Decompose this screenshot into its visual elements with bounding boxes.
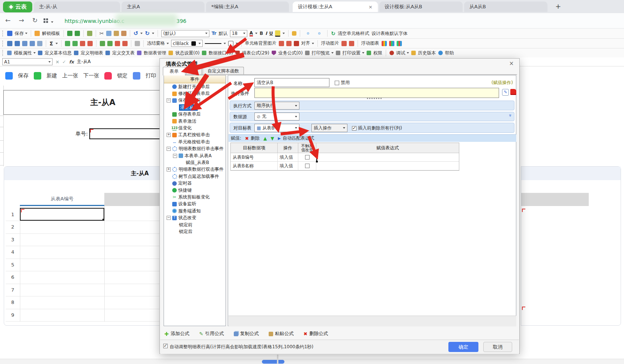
float-image-button[interactable]: 浮动图片 bbox=[321, 40, 339, 47]
redo-icon[interactable]: ↻ bbox=[145, 30, 150, 37]
tree-item[interactable]: 新建打开表单后 bbox=[164, 83, 226, 90]
target-table-select[interactable]: ▦从表B bbox=[254, 124, 299, 132]
biz-formula-button[interactable]: 业务公式(0) bbox=[278, 50, 303, 56]
chart-delete-icon[interactable] bbox=[397, 41, 402, 46]
condition-edit-icon[interactable]: ✎ bbox=[502, 89, 509, 96]
pane-splitter[interactable] bbox=[277, 355, 278, 364]
collapse-icon[interactable]: − bbox=[167, 147, 171, 151]
copy-formula-button[interactable]: 复制公式 bbox=[234, 331, 259, 337]
print-preview-button[interactable]: 打印预览 bbox=[312, 50, 334, 56]
font-color-icon[interactable]: A bbox=[250, 31, 253, 36]
no-trigger-checkbox[interactable] bbox=[305, 164, 310, 168]
help-button[interactable]: 帮助 bbox=[445, 50, 454, 56]
table-grid-icon[interactable] bbox=[15, 41, 20, 46]
next-record-button[interactable]: 下一张 bbox=[83, 72, 99, 79]
browser-tab-3[interactable]: *编辑:主从A bbox=[206, 2, 289, 12]
copy-icon[interactable] bbox=[106, 31, 111, 36]
tree-item[interactable]: 123值变化 bbox=[164, 125, 226, 131]
percent-icon[interactable] bbox=[135, 41, 140, 46]
tree-item[interactable]: −T状态改变 bbox=[164, 214, 226, 221]
tree-item[interactable]: …单元格按钮单击 bbox=[164, 138, 226, 145]
selected-cell[interactable] bbox=[20, 208, 104, 221]
save-button[interactable]: 保存 bbox=[15, 30, 27, 37]
freeze-panes-button[interactable]: 冻结窗格 bbox=[147, 40, 169, 47]
row-number[interactable]: 4 bbox=[6, 246, 20, 258]
chart-bar-icon[interactable] bbox=[382, 41, 387, 46]
collapse-icon[interactable]: − bbox=[167, 216, 171, 220]
delete-row-icon[interactable] bbox=[80, 41, 85, 46]
auto-height-row[interactable]: 自动调整明细表行高(计算行高会影响加载速度(表格15列,1000条约1秒) bbox=[163, 344, 313, 350]
paste-icon[interactable] bbox=[114, 31, 119, 36]
grid-cell-op[interactable]: 填入值 bbox=[278, 162, 298, 170]
form-save-button[interactable]: 保存 bbox=[18, 72, 29, 79]
formula-name-input[interactable]: 清空从B bbox=[254, 78, 329, 87]
scrollbar-thumb[interactable] bbox=[262, 360, 284, 364]
horizontal-scrollbar[interactable] bbox=[0, 359, 624, 364]
tree-item[interactable]: 树节点延迟加载事件 bbox=[164, 173, 226, 180]
print-icon[interactable] bbox=[133, 72, 140, 80]
tree-item[interactable]: 锁定后 bbox=[164, 228, 226, 235]
datasource-select[interactable]: ⊘无 bbox=[254, 113, 299, 120]
expand-icon[interactable]: + bbox=[167, 133, 171, 137]
float-image-add-icon[interactable] bbox=[341, 41, 347, 46]
grid-cell-item[interactable]: 从表B名称 bbox=[231, 162, 278, 170]
condition-clear-eraser-icon[interactable] bbox=[510, 89, 516, 95]
move-down-icon[interactable]: ▼ bbox=[271, 136, 274, 141]
name-box[interactable]: A1 bbox=[2, 58, 53, 65]
bg-add-icon[interactable] bbox=[279, 41, 284, 46]
valign-top-button[interactable] bbox=[315, 33, 316, 34]
permission-button[interactable]: 权限 bbox=[373, 50, 382, 56]
delete-col-icon[interactable] bbox=[87, 41, 93, 46]
tab-summary[interactable]: 总表 bbox=[186, 67, 202, 75]
row-number[interactable]: 1 bbox=[6, 208, 20, 221]
print-button[interactable]: 打印 bbox=[146, 72, 156, 79]
insert-col-left-icon[interactable] bbox=[100, 41, 105, 46]
tree-item[interactable]: −明细表数据行单击事件 bbox=[164, 146, 226, 152]
define-cross-button[interactable]: 定义交叉表 bbox=[112, 50, 135, 56]
grid-cell-expr-selected[interactable] bbox=[316, 153, 459, 162]
form-new-icon[interactable] bbox=[34, 72, 41, 80]
align-center-button[interactable] bbox=[307, 33, 309, 34]
tree-item[interactable]: 快捷键 bbox=[164, 187, 226, 194]
auto-height-checkbox[interactable] bbox=[163, 344, 168, 348]
tree-item[interactable]: 服务端通知 bbox=[164, 208, 226, 214]
underline-button[interactable]: U bbox=[269, 31, 273, 36]
ref-formula-button[interactable]: ✎引用公式 bbox=[199, 331, 224, 337]
import-sheet-icon[interactable] bbox=[67, 31, 72, 36]
grid-row[interactable]: 从表B名称 填入值 bbox=[231, 162, 459, 170]
fill-formula-button[interactable]: 填表公式(29) bbox=[242, 50, 269, 56]
condition-input[interactable] bbox=[254, 88, 499, 98]
tree-item[interactable]: 赋值_从表B bbox=[164, 159, 226, 166]
grid-cell-expr[interactable] bbox=[316, 162, 459, 170]
reload-icon[interactable]: ↻ bbox=[30, 15, 40, 25]
new-tab-button[interactable]: + bbox=[555, 2, 561, 10]
auto-match-button[interactable]: ▶自动匹配表达式 bbox=[278, 135, 314, 141]
delete-formula-button[interactable]: ✖删除公式 bbox=[304, 331, 328, 337]
cancel-button[interactable]: 取消 bbox=[483, 342, 512, 352]
tree-item[interactable]: 修改打开表单后 bbox=[164, 90, 226, 97]
bg-remove-icon[interactable] bbox=[286, 41, 292, 46]
fill-handle[interactable] bbox=[102, 219, 104, 221]
sum-icon[interactable]: Σ bbox=[50, 41, 53, 47]
formula-cancel-icon[interactable]: × bbox=[56, 59, 59, 65]
expand-datasource-chevron-icon[interactable]: » bbox=[508, 114, 514, 117]
row-number[interactable]: 9 bbox=[6, 309, 20, 321]
grid-cell-trigger[interactable] bbox=[298, 162, 316, 170]
tab-custom-script[interactable]: 自定义脚本函数 bbox=[203, 67, 244, 75]
paste-formula-button[interactable]: 粘贴公式 bbox=[269, 331, 294, 337]
data-table-mgmt-button[interactable]: 数据表管理 bbox=[144, 50, 166, 56]
delete-before-insert-row[interactable]: 插入前删除所有行(列) bbox=[352, 125, 402, 131]
add-formula-button[interactable]: ✚添加公式 bbox=[164, 331, 189, 337]
splitter-dots[interactable] bbox=[367, 98, 382, 99]
border-color-select[interactable]: clBlack bbox=[171, 40, 203, 47]
unlock-template-button[interactable]: 解锁模板 bbox=[42, 30, 60, 37]
grid-cell-op[interactable]: 填入值 bbox=[278, 153, 298, 162]
font-style-select[interactable]: (默认) bbox=[161, 30, 209, 37]
browser-tab-6[interactable]: 从A从B bbox=[464, 2, 547, 12]
tree-item-selected[interactable]: 清空从B bbox=[164, 104, 226, 111]
tree-item[interactable]: +明细表数据行双击事件 bbox=[164, 166, 226, 173]
bg-align-icon[interactable] bbox=[294, 41, 299, 46]
no-trigger-checkbox[interactable] bbox=[305, 155, 310, 159]
back-icon[interactable]: ← bbox=[3, 15, 13, 25]
insert-row-below-icon[interactable] bbox=[72, 41, 78, 46]
